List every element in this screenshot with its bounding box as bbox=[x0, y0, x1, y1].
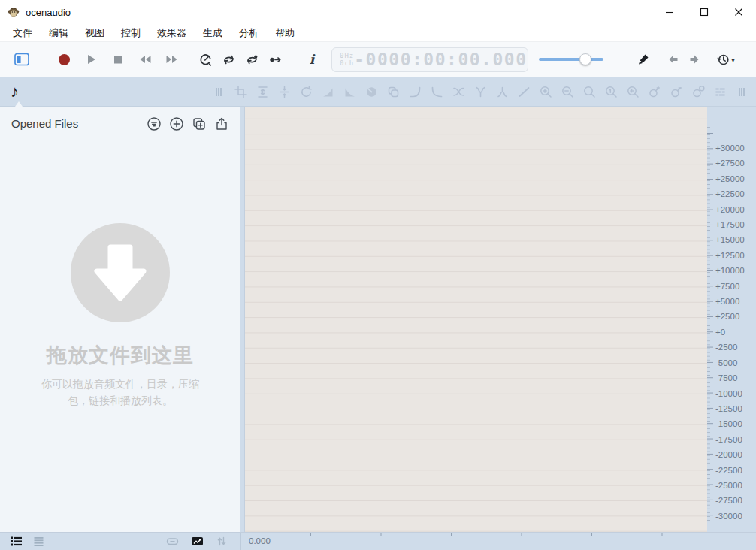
edit-tool-icons bbox=[210, 83, 750, 101]
volume-slider[interactable] bbox=[539, 50, 603, 69]
drag-grip-icon[interactable] bbox=[733, 83, 750, 101]
main-toolbar: i 0Hz 0ch -0000:00:00.000 bbox=[0, 41, 756, 77]
zoom-back-icon[interactable] bbox=[624, 83, 641, 101]
window-controls bbox=[652, 0, 756, 24]
menu-bar: 文件 编辑 视图 控制 效果器 生成 分析 帮助 bbox=[0, 24, 756, 41]
menu-generate[interactable]: 生成 bbox=[195, 25, 231, 41]
amplitude-scale[interactable]: +30000+27500 +25000+22500 +20000+17500 +… bbox=[707, 107, 756, 532]
select-remove-icon[interactable] bbox=[668, 83, 685, 101]
rewind-icon[interactable] bbox=[135, 50, 155, 69]
curve-up-icon[interactable] bbox=[407, 83, 423, 101]
sort-icon[interactable] bbox=[213, 534, 231, 549]
shrink-vertical-icon[interactable] bbox=[276, 83, 292, 101]
drag-grip-icon[interactable] bbox=[210, 83, 227, 101]
time-ruler-ticks bbox=[241, 533, 707, 536]
minimize-icon[interactable] bbox=[652, 0, 687, 24]
unlink-icon[interactable] bbox=[163, 534, 181, 549]
active-tab-notch bbox=[15, 101, 23, 107]
pen-edit-icon[interactable] bbox=[634, 50, 653, 69]
zoom-icon[interactable] bbox=[581, 83, 597, 101]
edit-toolbar: ♪ bbox=[0, 77, 756, 107]
history-icon bbox=[716, 53, 730, 67]
channels-readout: 0ch bbox=[340, 59, 354, 67]
crop-icon[interactable] bbox=[232, 83, 249, 101]
opened-files-sidebar: Opened Files bbox=[0, 107, 240, 532]
levels-icon[interactable] bbox=[712, 83, 728, 101]
time-display[interactable]: 0Hz 0ch -0000:00:00.000 bbox=[331, 47, 528, 72]
dropzone-title: 拖放文件到这里 bbox=[47, 342, 194, 369]
zoom-one-icon[interactable] bbox=[603, 83, 619, 101]
main-area: Opened Files bbox=[0, 107, 756, 532]
title-bar: ocenaudio bbox=[0, 0, 756, 24]
menu-file[interactable]: 文件 bbox=[5, 25, 41, 41]
dropzone-subtitle: 你可以拖放音频文件，目录，压缩包，链接和播放列表。 bbox=[32, 376, 209, 409]
music-note-icon[interactable]: ♪ bbox=[11, 83, 19, 100]
waveform-canvas[interactable] bbox=[244, 107, 707, 532]
curve-down-icon[interactable] bbox=[428, 83, 445, 101]
menu-edit[interactable]: 编辑 bbox=[41, 25, 77, 41]
duplicate-icon[interactable] bbox=[385, 83, 401, 101]
file-dropzone[interactable]: 拖放文件到这里 你可以拖放音频文件，目录，压缩包，链接和播放列表。 bbox=[0, 100, 240, 532]
time-ruler-origin: 0.000 bbox=[249, 536, 271, 545]
fade-out-icon[interactable] bbox=[341, 83, 358, 101]
time-readout: -0000:00:00.000 bbox=[354, 50, 527, 69]
zoom-in-icon[interactable] bbox=[537, 83, 554, 101]
transport-controls bbox=[54, 50, 182, 69]
waveform-status-controls bbox=[163, 534, 231, 549]
compact-view-icon[interactable] bbox=[29, 534, 47, 549]
dropdown-caret-icon[interactable]: ▾ bbox=[731, 56, 735, 64]
fade-in-icon[interactable] bbox=[319, 83, 336, 101]
view-mode-icon[interactable] bbox=[188, 534, 206, 549]
gain-knob-icon[interactable] bbox=[363, 83, 380, 101]
window-title: ocenaudio bbox=[26, 7, 71, 18]
crossfade-icon[interactable] bbox=[450, 83, 467, 101]
play-from-cursor-icon[interactable] bbox=[265, 50, 285, 69]
zoom-out-icon[interactable] bbox=[559, 83, 576, 101]
volume-slider-handle[interactable] bbox=[579, 53, 591, 65]
app-logo-icon bbox=[8, 6, 20, 18]
nav-forward-icon[interactable] bbox=[685, 50, 704, 69]
record-icon[interactable] bbox=[54, 50, 74, 69]
maximize-icon[interactable] bbox=[687, 0, 721, 24]
sample-rate-readout: 0Hz bbox=[340, 52, 354, 59]
menu-control[interactable]: 控制 bbox=[113, 25, 149, 41]
select-link-icon[interactable] bbox=[690, 83, 706, 101]
menu-help[interactable]: 帮助 bbox=[267, 25, 303, 41]
rotate-icon[interactable] bbox=[298, 83, 314, 101]
close-icon[interactable] bbox=[721, 0, 756, 24]
sidebar-toggle-icon[interactable] bbox=[12, 50, 32, 69]
select-add-icon[interactable] bbox=[646, 83, 663, 101]
stop-icon[interactable] bbox=[108, 50, 128, 69]
menu-view[interactable]: 视图 bbox=[77, 25, 113, 41]
nav-back-icon[interactable] bbox=[664, 50, 683, 69]
info-icon[interactable]: i bbox=[304, 52, 319, 67]
menu-analyze[interactable]: 分析 bbox=[231, 25, 267, 41]
zero-amplitude-line bbox=[244, 331, 707, 331]
menu-effects[interactable]: 效果器 bbox=[149, 25, 195, 41]
time-ruler[interactable]: 0.000 bbox=[240, 533, 756, 550]
playback-mode-controls bbox=[195, 50, 285, 69]
fast-forward-icon[interactable] bbox=[162, 50, 182, 69]
status-bar: 0.000 bbox=[0, 532, 756, 550]
line-icon[interactable] bbox=[516, 83, 532, 101]
playback-speed-icon[interactable] bbox=[195, 50, 215, 69]
merge-icon[interactable] bbox=[494, 83, 510, 101]
download-arrow-icon bbox=[71, 223, 170, 322]
app-window: ocenaudio 文件 编辑 视图 控制 效果器 生成 分析 帮助 bbox=[0, 0, 756, 550]
amplitude-scale-ticks bbox=[707, 126, 713, 523]
loop-selection-icon[interactable] bbox=[242, 50, 262, 69]
expand-vertical-icon[interactable] bbox=[254, 83, 271, 101]
list-view-icon[interactable] bbox=[7, 534, 25, 549]
waveform-panel: +30000+27500 +25000+22500 +20000+17500 +… bbox=[240, 107, 756, 532]
volume-slider-track[interactable] bbox=[539, 58, 603, 61]
play-icon[interactable] bbox=[81, 50, 101, 69]
format-readout: 0Hz 0ch bbox=[340, 52, 354, 67]
history-control[interactable]: ▾ bbox=[716, 53, 735, 67]
navigation-arrows bbox=[664, 50, 704, 69]
amplitude-scale-labels: +30000+27500 +25000+22500 +20000+17500 +… bbox=[715, 144, 745, 521]
split-icon[interactable] bbox=[472, 83, 488, 101]
loop-icon[interactable] bbox=[219, 50, 238, 69]
sidebar-status-controls bbox=[0, 533, 240, 550]
